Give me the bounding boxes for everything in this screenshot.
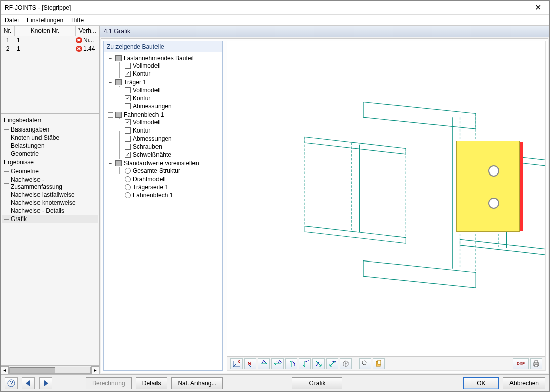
menu-file[interactable]: Datei	[5, 17, 19, 24]
nav-item[interactable]: Basisangaben	[2, 125, 98, 134]
graphics-viewport[interactable]: x a X -X Y -Y Z -Z DXF	[227, 41, 546, 371]
anhang-button[interactable]: Nat. Anhang...	[171, 377, 223, 389]
scroll-thumb[interactable]	[10, 367, 55, 373]
titlebar: RF-JOINTS - [Stegrippe] ✕	[1, 1, 549, 15]
checkbox[interactable]	[125, 152, 131, 158]
print-button[interactable]	[530, 358, 542, 369]
table-header: Nr. Knoten Nr. Verh...	[1, 26, 99, 36]
fin-plate	[456, 141, 520, 232]
clipboard-button[interactable]	[373, 358, 385, 369]
radio[interactable]	[125, 192, 131, 198]
horizontal-scrollbar[interactable]: ◄ ►	[1, 365, 99, 374]
menu-help[interactable]: Hilfe	[71, 17, 84, 24]
abbrechen-button[interactable]: Abbrechen	[503, 377, 545, 389]
checkbox[interactable]	[125, 136, 131, 142]
footer: ? Berechnung Details Nat. Anhang... Graf…	[1, 374, 549, 391]
component-tree: Zu zeigende Bauteile −Lastannehmendes Ba…	[103, 41, 223, 371]
checkbox[interactable]	[125, 103, 131, 109]
checkbox[interactable]	[125, 144, 131, 150]
checkbox[interactable]	[125, 119, 131, 125]
checkbox[interactable]	[125, 95, 131, 101]
nav-item[interactable]: Nachweise - Details	[2, 207, 98, 215]
svg-text:?: ?	[10, 380, 13, 387]
nav-item[interactable]: Geometrie	[2, 167, 98, 176]
view-x-axis-button[interactable]: X	[258, 358, 270, 369]
view-neg-x-button[interactable]: -X	[271, 358, 284, 369]
nav-item[interactable]: Nachweise - Zusammenfassung	[2, 176, 98, 191]
radio[interactable]	[125, 184, 131, 190]
view-z-axis-button[interactable]: Z	[312, 358, 325, 369]
next-button[interactable]	[39, 377, 52, 389]
error-icon: ✖	[76, 37, 82, 43]
nav-item[interactable]: Nachweise knotenweise	[2, 199, 98, 207]
svg-text:X: X	[262, 360, 266, 364]
svg-text:x: x	[237, 360, 240, 365]
error-icon: ✖	[76, 46, 82, 52]
svg-rect-12	[535, 361, 538, 363]
close-icon[interactable]: ✕	[530, 3, 545, 12]
checkbox[interactable]	[125, 63, 131, 69]
col-verh[interactable]: Verh...	[76, 26, 99, 36]
ok-button[interactable]: OK	[463, 377, 499, 389]
svg-rect-10	[378, 360, 381, 364]
nav-item[interactable]: Geometrie	[2, 150, 98, 158]
checkbox-mixed[interactable]	[115, 55, 122, 61]
radio[interactable]	[125, 176, 131, 182]
nav-item[interactable]: Nachweise lastfallweise	[2, 191, 98, 199]
table-row[interactable]: 1 1 ✖Ni...	[1, 36, 99, 45]
collapse-icon[interactable]: −	[108, 56, 113, 61]
svg-text:-Y: -Y	[305, 360, 309, 365]
checkbox[interactable]	[125, 87, 131, 93]
view-y-axis-button[interactable]: Y	[285, 358, 297, 369]
scroll-left-icon[interactable]: ◄	[1, 366, 9, 374]
nav-group-eingabe[interactable]: Eingabedaten	[2, 116, 98, 125]
panel-title: 4.1 Grafik	[100, 26, 549, 37]
svg-point-8	[362, 361, 366, 365]
view-toolbar: x a X -X Y -Y Z -Z DXF	[227, 356, 545, 370]
weld-line	[520, 142, 523, 231]
grafik-button[interactable]: Grafik	[292, 377, 342, 389]
view-x-button[interactable]: x	[230, 358, 243, 369]
zoom-button[interactable]	[359, 358, 371, 369]
collapse-icon[interactable]: −	[108, 112, 113, 118]
table-row[interactable]: 2 1 ✖1.44	[1, 45, 99, 53]
checkbox[interactable]	[125, 71, 131, 77]
view-neg-z-button[interactable]: -Z	[326, 358, 338, 369]
nav-tree: Eingabedaten Basisangaben Knoten und Stä…	[1, 113, 99, 365]
radio[interactable]	[125, 168, 131, 174]
bolt-hole-icon	[488, 165, 499, 177]
berechnung-button[interactable]: Berechnung	[86, 377, 132, 389]
svg-text:Z: Z	[316, 361, 319, 368]
checkbox-mixed[interactable]	[115, 79, 122, 85]
nav-item[interactable]: Belastungen	[2, 142, 98, 150]
nav-item-grafik[interactable]: Grafik	[2, 215, 98, 223]
tree-title: Zu zeigende Bauteile	[104, 41, 222, 52]
collapse-icon[interactable]: −	[108, 161, 113, 166]
checkbox[interactable]	[125, 127, 131, 134]
collapse-icon[interactable]: −	[108, 80, 113, 85]
menu-settings[interactable]: Einstellungen	[27, 17, 63, 24]
help-button[interactable]: ?	[5, 377, 18, 389]
svg-text:-X: -X	[276, 360, 282, 364]
svg-text:-Z: -Z	[332, 360, 336, 365]
nav-group-ergebnisse[interactable]: Ergebnisse	[2, 158, 98, 167]
svg-text:Y: Y	[292, 360, 295, 367]
checkbox-mixed[interactable]	[115, 112, 122, 118]
view-neg-y-button[interactable]: -Y	[299, 358, 311, 369]
details-button[interactable]: Details	[136, 377, 168, 389]
svg-rect-13	[535, 365, 538, 367]
prev-button[interactable]	[22, 377, 35, 389]
col-nr[interactable]: Nr.	[1, 26, 15, 36]
scroll-right-icon[interactable]: ►	[91, 366, 99, 374]
checkbox-mixed[interactable]	[115, 160, 122, 166]
bolt-hole-icon	[488, 198, 499, 209]
menubar: Datei Einstellungen Hilfe	[1, 15, 549, 26]
window-title: RF-JOINTS - [Stegrippe]	[5, 4, 530, 11]
col-knoten[interactable]: Knoten Nr.	[15, 26, 76, 36]
view-iso-button[interactable]	[340, 358, 352, 369]
nav-item[interactable]: Knoten und Stäbe	[2, 134, 98, 142]
dxf-export-button[interactable]: DXF	[513, 358, 529, 369]
view-a-button[interactable]: a	[244, 358, 256, 369]
